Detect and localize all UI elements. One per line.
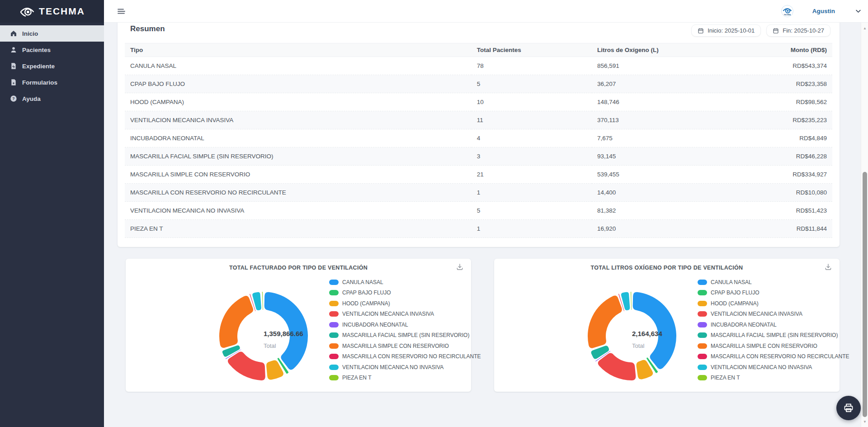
sidebar-item-inicio[interactable]: Inicio [0, 25, 104, 42]
legend-label: HOOD (CAMPANA) [711, 300, 759, 307]
table-cell: 81,382 [592, 202, 747, 220]
donut-total-value: 2,164,634 [632, 330, 662, 337]
chart-legend: CANULA NASALCPAP BAJO FLUJOHOOD (CAMPANA… [329, 278, 481, 382]
legend-item[interactable]: INCUBADORA NEONATAL [329, 320, 481, 329]
printer-icon [843, 403, 854, 413]
calendar-icon [698, 28, 704, 34]
table-cell: RD$11,844 [747, 220, 832, 238]
donut-total-caption: Total [264, 342, 303, 349]
legend-label: MASCARILLA CON RESERVORIO NO RECIRCULANT… [711, 353, 849, 360]
legend-item[interactable]: HOOD (CAMPANA) [698, 299, 849, 308]
table-cell: VENTILACION MECANICA INVASIVA [125, 111, 472, 129]
sidebar-item-ayuda[interactable]: ? Ayuda [0, 90, 104, 107]
table-row: HOOD (CAMPANA)10148,746RD$98,562 [125, 93, 832, 111]
table-cell: 539,455 [592, 166, 747, 184]
file-medical-icon [10, 62, 17, 70]
legend-swatch [329, 280, 339, 285]
donut-segment[interactable] [631, 292, 632, 310]
table-cell: MASCARILLA FACIAL SIMPLE (SIN RESERVORIO… [125, 147, 472, 166]
table-cell: 4 [472, 129, 592, 147]
legend-item[interactable]: VENTILACION MECANICA NO INVASIVA [698, 363, 849, 372]
avatar[interactable]: TECHMA [781, 5, 793, 17]
sidebar-item-expediente[interactable]: Expediente [0, 58, 104, 74]
summary-header: Resumen Inicio: 2025-10-01 Fin: 2025-10-… [125, 24, 832, 43]
home-icon [10, 30, 17, 37]
date-end-chip[interactable]: Fin: 2025-10-27 [766, 24, 830, 37]
legend-item[interactable]: MASCARILLA CON RESERVORIO NO RECIRCULANT… [329, 352, 481, 361]
legend-label: MASCARILLA SIMPLE CON RESERVORIO [342, 343, 449, 349]
donut-segment[interactable] [598, 353, 636, 380]
table-cell: RD$543,374 [747, 57, 832, 75]
scrollbar-thumb[interactable] [863, 172, 867, 417]
scrollbar-down-arrow[interactable]: ▼ [861, 420, 868, 424]
legend-item[interactable]: MASCARILLA SIMPLE CON RESERVORIO [329, 342, 481, 351]
date-start-chip[interactable]: Inicio: 2025-10-01 [691, 24, 761, 37]
column-header-tipo: Tipo [125, 43, 472, 57]
legend-label: CPAP BAJO FLUJO [711, 289, 760, 296]
legend-swatch [329, 322, 339, 327]
legend-item[interactable]: PIEZA EN T [329, 374, 481, 383]
donut-segment[interactable] [262, 292, 263, 310]
table-cell: 14,400 [592, 184, 747, 202]
legend-swatch [329, 343, 339, 349]
legend-item[interactable]: VENTILACION MECANICA NO INVASIVA [329, 363, 481, 372]
donut-segment[interactable] [219, 296, 253, 348]
sidebar-item-label: Formularios [22, 79, 57, 86]
legend-item[interactable]: CANULA NASAL [698, 278, 849, 287]
download-chart-button[interactable] [456, 263, 464, 272]
legend-item[interactable]: MASCARILLA CON RESERVORIO NO RECIRCULANT… [698, 352, 849, 361]
brand-logo[interactable]: TECHMA [0, 0, 104, 23]
table-cell: 21 [472, 166, 592, 184]
sidebar-nav: Inicio Pacientes Expediente Formularios … [0, 23, 104, 107]
legend-label: VENTILACION MECANICA INVASIVA [342, 311, 434, 317]
scrollbar-up-arrow[interactable]: ▲ [861, 26, 868, 31]
table-cell: RD$334,927 [747, 166, 832, 184]
user-menu[interactable]: TECHMA Agustin [781, 5, 862, 17]
legend-item[interactable]: CANULA NASAL [329, 278, 481, 287]
table-row: PIEZA EN T116,920RD$11,844 [125, 220, 832, 238]
sidebar-item-pacientes[interactable]: Pacientes [0, 42, 104, 58]
legend-item[interactable]: CPAP BAJO FLUJO [329, 289, 481, 298]
table-cell: HOOD (CAMPANA) [125, 93, 472, 111]
legend-swatch [329, 375, 339, 380]
chevron-down-icon[interactable] [855, 8, 862, 14]
donut-segment[interactable] [252, 292, 261, 310]
table-cell: RD$46,228 [747, 147, 832, 166]
legend-item[interactable]: MASCARILLA FACIAL SIMPLE (SIN RESERVORIO… [698, 331, 849, 340]
legend-label: PIEZA EN T [342, 375, 371, 381]
table-cell: 10 [472, 93, 592, 111]
legend-item[interactable]: VENTILACION MECANICA INVASIVA [698, 310, 849, 319]
print-button[interactable] [836, 396, 861, 420]
table-cell: 3 [472, 147, 592, 166]
legend-item[interactable]: PIEZA EN T [698, 374, 849, 383]
legend-label: CANULA NASAL [711, 279, 752, 285]
donut-segment[interactable] [621, 292, 630, 310]
legend-item[interactable]: MASCARILLA FACIAL SIMPLE (SIN RESERVORIO… [329, 331, 481, 340]
user-name[interactable]: Agustin [812, 8, 835, 14]
sidebar-toggle-button[interactable] [115, 5, 127, 18]
summary-table-head: Tipo Total Pacientes Litros de Oxígeno (… [125, 43, 832, 57]
table-cell: MASCARILLA SIMPLE CON RESERVORIO [125, 166, 472, 184]
download-chart-button[interactable] [824, 263, 832, 272]
table-row: CANULA NASAL78856,591RD$543,374 [125, 57, 832, 75]
legend-item[interactable]: INCUBADORA NEONATAL [698, 320, 849, 329]
table-cell: MASCARILLA CON RESERVORIO NO RECIRCULANT… [125, 184, 472, 202]
calendar-icon [773, 28, 779, 34]
legend-item[interactable]: MASCARILLA SIMPLE CON RESERVORIO [698, 342, 849, 351]
legend-label: CANULA NASAL [342, 279, 383, 285]
date-end-label: Fin: 2025-10-27 [783, 27, 824, 34]
legend-item[interactable]: VENTILACION MECANICA INVASIVA [329, 310, 481, 319]
legend-label: CPAP BAJO FLUJO [342, 289, 391, 296]
legend-label: MASCARILLA FACIAL SIMPLE (SIN RESERVORIO… [342, 332, 469, 338]
legend-item[interactable]: CPAP BAJO FLUJO [698, 289, 849, 298]
column-header-monto: Monto (RD$) [747, 43, 832, 57]
sidebar-item-label: Inicio [22, 30, 38, 37]
donut-segment[interactable] [228, 352, 265, 380]
table-cell: PIEZA EN T [125, 220, 472, 238]
table-row: MASCARILLA SIMPLE CON RESERVORIO21539,45… [125, 166, 832, 184]
sidebar-item-formularios[interactable]: Formularios [0, 74, 104, 90]
table-cell: 11 [472, 111, 592, 129]
legend-item[interactable]: HOOD (CAMPANA) [329, 299, 481, 308]
techma-avatar-icon: TECHMA [781, 5, 793, 17]
donut-segment[interactable] [588, 295, 622, 348]
